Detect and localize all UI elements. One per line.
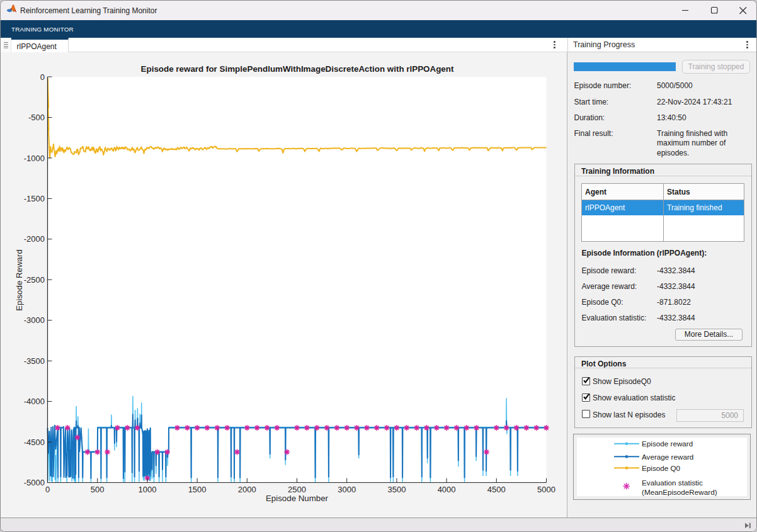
svg-text:3000: 3000	[338, 485, 356, 494]
svg-text:-1000: -1000	[24, 154, 45, 163]
svg-text:(MeanEpisodeReward): (MeanEpisodeReward)	[642, 488, 717, 496]
svg-text:-500: -500	[28, 113, 45, 122]
svg-text:500: 500	[91, 485, 105, 494]
svg-text:-4000: -4000	[24, 397, 45, 406]
svg-text:-2500: -2500	[24, 275, 45, 285]
svg-text:3500: 3500	[387, 485, 406, 494]
svg-text:1000: 1000	[138, 485, 156, 494]
svg-text:1500: 1500	[188, 485, 207, 494]
svg-text:4500: 4500	[487, 485, 506, 494]
svg-text:-2000: -2000	[24, 234, 45, 244]
svg-text:4000: 4000	[438, 485, 456, 494]
svg-text:0: 0	[40, 72, 45, 82]
svg-text:Episode reward for SimplePendl: Episode reward for SimplePendlumWithImag…	[141, 64, 454, 74]
svg-text:Evaluation statistic: Evaluation statistic	[642, 478, 703, 487]
svg-text:Episode Number: Episode Number	[266, 494, 329, 503]
svg-text:Episode Reward: Episode Reward	[14, 249, 24, 311]
svg-text:0: 0	[45, 485, 50, 494]
svg-text:-3000: -3000	[24, 315, 45, 325]
svg-text:2000: 2000	[238, 485, 256, 494]
svg-text:-5000: -5000	[24, 478, 45, 487]
svg-text:Episode reward: Episode reward	[642, 439, 693, 448]
svg-text:-3500: -3500	[24, 356, 45, 366]
svg-text:5000: 5000	[537, 485, 555, 494]
svg-text:Average reward: Average reward	[642, 453, 693, 461]
svg-text:-4500: -4500	[24, 438, 45, 447]
svg-text:-1500: -1500	[24, 194, 45, 203]
svg-text:Episode Q0: Episode Q0	[642, 464, 681, 472]
